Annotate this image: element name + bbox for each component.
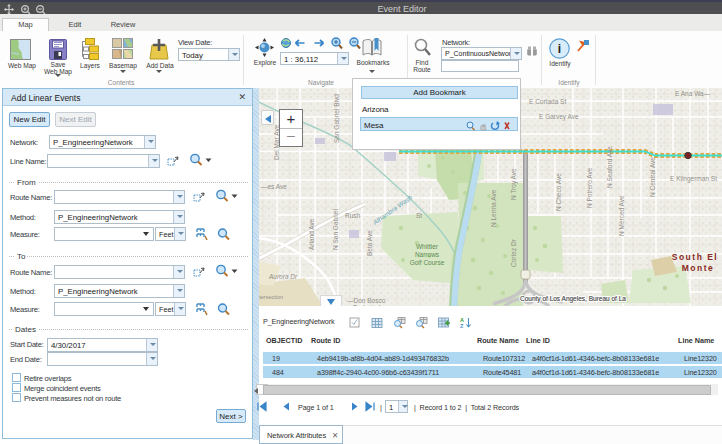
svg-text:E Cortada St: E Cortada St bbox=[529, 98, 566, 105]
svg-text:Whittier: Whittier bbox=[416, 243, 439, 250]
svg-text:N Potrero Ave: N Potrero Ave bbox=[586, 167, 593, 208]
svg-text:San Gabriel Blvd: San Gabriel Blvd bbox=[333, 94, 340, 143]
svg-text:Rush: Rush bbox=[345, 212, 361, 219]
svg-text:Narrows: Narrows bbox=[415, 251, 440, 258]
svg-text:intersection: intersection bbox=[255, 294, 283, 300]
svg-text:Golf Course: Golf Course bbox=[410, 259, 445, 266]
svg-text:Beta Ave: Beta Ave bbox=[366, 230, 373, 256]
svg-text:—es Ave: —es Ave bbox=[261, 183, 287, 190]
svg-text:N Seaford Ave: N Seaford Ave bbox=[606, 146, 613, 188]
svg-text:E Ana Wa—: E Ana Wa— bbox=[675, 90, 711, 97]
svg-text:St: St bbox=[416, 212, 422, 219]
svg-text:E Garvey Ave: E Garvey Ave bbox=[539, 113, 579, 121]
svg-text:Z: Z bbox=[460, 323, 464, 329]
svg-text:South El: South El bbox=[672, 252, 718, 262]
svg-text:N San Gabriel: N San Gabriel bbox=[332, 209, 339, 250]
svg-text:N Troy Ave: N Troy Ave bbox=[510, 168, 518, 200]
svg-text:—Don Bosco: —Don Bosco bbox=[347, 297, 386, 304]
svg-text:Arland Ave: Arland Ave bbox=[308, 218, 315, 250]
svg-text:N Checo Ave: N Checo Ave bbox=[555, 173, 562, 211]
svg-text:Aurora Dr: Aurora Dr bbox=[268, 273, 298, 280]
svg-text:N Central Ave: N Central Ave bbox=[649, 157, 656, 197]
svg-text:N Lerma Ave: N Lerma Ave bbox=[490, 189, 497, 227]
svg-text:E Klingerman St: E Klingerman St bbox=[670, 175, 717, 183]
svg-text:Cortez Dr: Cortez Dr bbox=[510, 238, 517, 267]
svg-text:County of Los Angeles, Bureau: County of Los Angeles, Bureau of La bbox=[520, 295, 626, 303]
svg-text:N Merced Ave: N Merced Ave bbox=[618, 195, 625, 236]
svg-text:i: i bbox=[558, 42, 561, 56]
svg-text:Monte: Monte bbox=[682, 263, 715, 273]
